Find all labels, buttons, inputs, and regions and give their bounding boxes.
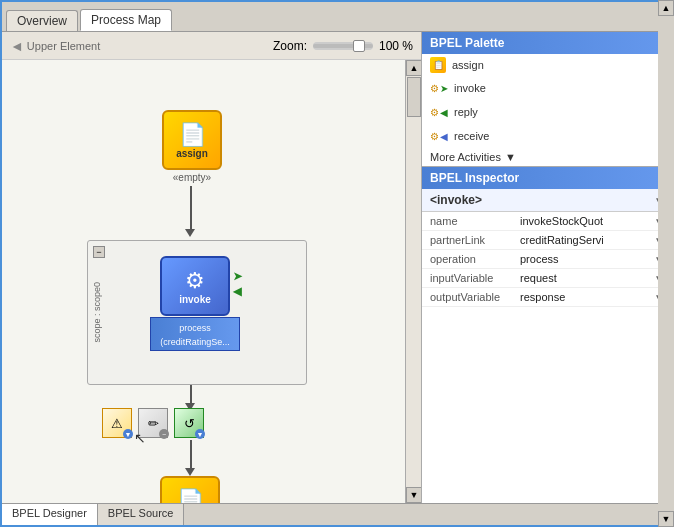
- assign-top-sublabel: «empty»: [173, 172, 211, 183]
- inspector-title-row: <invoke> ▼: [422, 189, 672, 212]
- inspector-key-inputvar: inputVariable: [430, 272, 520, 284]
- arrow-3: [185, 468, 195, 476]
- tab-process-map[interactable]: Process Map: [80, 9, 172, 31]
- pencil-badge-icon: −: [162, 431, 166, 438]
- palette-header: BPEL Palette ↕: [422, 32, 672, 54]
- invoke-node[interactable]: ⚙ invoke ➤ ◀ process(creditRatingSe...: [150, 256, 240, 351]
- inspector-val-operation: process: [520, 253, 654, 265]
- invoke-sublabel: process(creditRatingSe...: [160, 323, 230, 347]
- bottom-tab-designer[interactable]: BPEL Designer: [2, 504, 98, 525]
- palette-item-reply[interactable]: ⚙ ◀ reply: [422, 100, 672, 124]
- palette-assign-icon: 📋: [430, 57, 446, 73]
- more-activities-label: More Activities: [430, 151, 501, 163]
- zoom-thumb[interactable]: [353, 40, 365, 52]
- scroll-down-btn[interactable]: ▼: [406, 487, 421, 503]
- zoom-slider[interactable]: [313, 42, 373, 50]
- palette-invoke-label: invoke: [454, 82, 486, 94]
- tab-bar: Overview Process Map: [2, 2, 672, 32]
- inspector-key-name: name: [430, 215, 520, 227]
- inspector-row-partnerlink: partnerLink creditRatingServi ▼: [422, 231, 672, 250]
- inspector-scrollbar: ▲ ▼: [658, 167, 672, 503]
- inspector-row-inputvar: inputVariable request ▼: [422, 269, 672, 288]
- zoom-percent: 100 %: [379, 39, 413, 53]
- cursor-indicator: ↖: [134, 430, 146, 446]
- invoke-icon: ⚙: [185, 268, 205, 294]
- palette-receive-label: receive: [454, 130, 489, 142]
- assign-top-icon: 📄: [179, 122, 206, 148]
- palette-title: BPEL Palette: [430, 36, 504, 50]
- palette-assign-label: assign: [452, 59, 484, 71]
- palette-reply-label: reply: [454, 106, 478, 118]
- palette-reply-icon: ⚙ ◀: [430, 103, 448, 121]
- action-node-badge: ▼: [123, 429, 133, 439]
- inspector-key-partnerlink: partnerLink: [430, 234, 520, 246]
- assign-node-bottom[interactable]: 📄 assign «empty»: [160, 476, 220, 503]
- scroll-up-btn[interactable]: ▲: [406, 60, 421, 76]
- inspector-val-name: invokeStockQuot: [520, 215, 654, 227]
- content-area: ◄ Upper Element Zoom: 100 %: [2, 32, 672, 503]
- inspector-key-outputvar: outputVariable: [430, 291, 520, 303]
- connector-2: [190, 385, 192, 405]
- inspector-row-name: name invokeStockQuot ▼: [422, 212, 672, 231]
- invoke-sublabel-box: process(creditRatingSe...: [150, 317, 240, 351]
- palette-item-receive[interactable]: ⚙ ◀ receive: [422, 124, 672, 148]
- process-panel: ◄ Upper Element Zoom: 100 %: [2, 32, 422, 503]
- connector-1: [190, 186, 192, 231]
- scope-label: scope : scope0: [92, 282, 102, 343]
- assign-node-bottom-box[interactable]: 📄 assign: [160, 476, 220, 503]
- process-toolbar: ◄ Upper Element Zoom: 100 %: [2, 32, 421, 60]
- invoke-arrow-in: ◀: [233, 285, 242, 298]
- inspector-row-operation: operation process ▼: [422, 250, 672, 269]
- badge-icon: ▼: [125, 431, 132, 438]
- back-arrow-icon: ◄: [10, 38, 24, 54]
- scope-collapse-btn[interactable]: −: [93, 246, 105, 258]
- action-node-warn[interactable]: ⚠ ▼: [102, 408, 132, 438]
- assign-top-label: assign: [176, 148, 208, 159]
- inspector-title: BPEL Inspector: [430, 171, 519, 185]
- palette-item-assign[interactable]: 📋 assign: [422, 54, 672, 76]
- inspector-node-title: <invoke>: [430, 193, 482, 207]
- scroll-thumb[interactable]: [407, 77, 421, 117]
- main-window: Overview Process Map ◄ Upper Element Zoo…: [0, 0, 674, 527]
- invoke-arrow-out: ➤: [233, 270, 242, 283]
- action-node-pencil-badge: −: [159, 429, 169, 439]
- action-nodes-row: ⚠ ▼ ✏ −: [102, 408, 204, 438]
- more-activities-btn[interactable]: More Activities ▼: [422, 148, 672, 166]
- inspector-content: <invoke> ▼ name invokeStockQuot ▼ partne…: [422, 189, 672, 503]
- canvas-inner: 📄 assign «empty» scope : sco: [2, 60, 405, 503]
- assign-node-top-box[interactable]: 📄 assign: [162, 110, 222, 170]
- inspector-key-operation: operation: [430, 253, 520, 265]
- bottom-tab-source[interactable]: BPEL Source: [98, 504, 185, 525]
- upper-element-label: Upper Element: [27, 40, 100, 52]
- upper-element-btn[interactable]: ◄ Upper Element: [10, 38, 100, 54]
- assign-node-top[interactable]: 📄 assign «empty»: [162, 110, 222, 183]
- tab-overview[interactable]: Overview: [6, 10, 78, 31]
- inspector-val-inputvar: request: [520, 272, 654, 284]
- invoke-label: invoke: [179, 294, 211, 305]
- scope-label-container: scope : scope0: [90, 241, 104, 384]
- invoke-arrows: ➤ ◀: [233, 270, 242, 298]
- inspector-val-partnerlink: creditRatingServi: [520, 234, 654, 246]
- arrow-1: [185, 229, 195, 237]
- action-node-refresh-badge: ▼: [195, 429, 205, 439]
- refresh-badge-icon: ▼: [197, 431, 204, 438]
- bpel-inspector: BPEL Inspector <invoke> ▼ name invokeSto…: [422, 167, 672, 503]
- action-node-refresh[interactable]: ↺ ▼: [174, 408, 204, 438]
- invoke-node-box[interactable]: ⚙ invoke ➤ ◀: [160, 256, 230, 316]
- more-activities-icon: ▼: [505, 151, 516, 163]
- connector-3: [190, 440, 192, 470]
- bpel-palette: BPEL Palette ↕ 📋 assign ⚙ ➤ invoke ⚙: [422, 32, 672, 167]
- palette-receive-icon: ⚙ ◀: [430, 127, 448, 145]
- inspector-val-outputvar: response: [520, 291, 654, 303]
- zoom-label: Zoom:: [273, 39, 307, 53]
- inspector-row-outputvar: outputVariable response ▼: [422, 288, 672, 307]
- right-panel: BPEL Palette ↕ 📋 assign ⚙ ➤ invoke ⚙: [422, 32, 672, 503]
- bottom-tab-bar: BPEL Designer BPEL Source: [2, 503, 672, 525]
- scroll-track[interactable]: [406, 76, 421, 487]
- inspector-header: BPEL Inspector: [422, 167, 672, 189]
- v-scrollbar: ▲ ▼: [405, 60, 421, 503]
- palette-invoke-icon: ⚙ ➤: [430, 79, 448, 97]
- assign-bottom-icon: 📄: [177, 488, 204, 504]
- palette-item-invoke[interactable]: ⚙ ➤ invoke: [422, 76, 672, 100]
- process-canvas: 📄 assign «empty» scope : sco: [2, 60, 405, 503]
